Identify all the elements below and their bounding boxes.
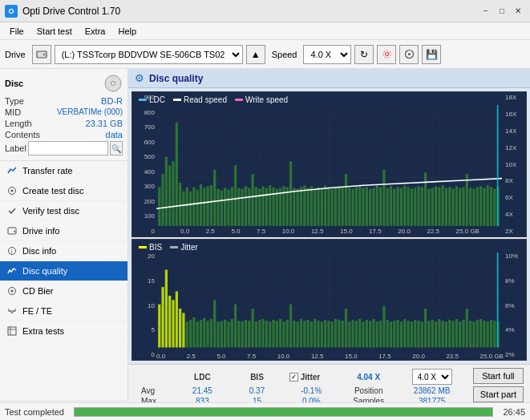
menu-help[interactable]: Help [111,25,143,38]
svg-rect-176 [234,305,237,348]
svg-rect-168 [206,321,208,347]
svg-rect-179 [245,320,247,347]
menu-file[interactable]: File [3,25,30,38]
col-header-bis: BIS [231,368,282,386]
minimize-button[interactable]: − [479,4,493,18]
svg-rect-83 [303,185,305,226]
top-x-axis: 0.0 2.5 5.0 7.5 10.0 12.5 15.0 17.5 20.0… [156,225,504,236]
svg-rect-79 [289,161,292,226]
nav-label-disc-quality: Disc quality [22,266,67,276]
svg-rect-246 [476,320,479,347]
svg-rect-66 [245,186,247,226]
label-key: Label [5,143,26,153]
sidebar: Disc Type BD-R MID VERBATIMe (000) Leng [0,69,128,420]
svg-rect-51 [192,187,195,225]
statusbar: Test completed 26:45 [0,402,530,420]
menu-start-test[interactable]: Start test [30,25,79,38]
svg-rect-181 [252,309,254,347]
svg-rect-43 [165,157,168,226]
nav-disc-info[interactable]: i Disc info [0,241,127,261]
svg-rect-89 [324,185,326,226]
svg-rect-159 [176,291,178,347]
nav-create-test-disc[interactable]: Create test disc [0,181,127,201]
drive-select[interactable]: (L:) TSSTcorp BDDVDW SE-506CB TS02 [55,45,243,64]
svg-rect-227 [411,321,413,347]
top-y-left: 900 800 700 600 500 400 300 200 100 0 [132,92,156,236]
svg-rect-236 [442,321,444,347]
speed-select-small[interactable]: 4.0 X [412,369,452,385]
svg-rect-228 [414,320,416,347]
svg-rect-95 [345,174,347,226]
svg-rect-203 [327,321,330,347]
eject-button[interactable]: ▲ [246,45,265,64]
save-button[interactable]: 💾 [422,45,441,64]
nav-verify-test-disc[interactable]: Verify test disc [0,201,127,221]
svg-rect-92 [334,188,337,225]
close-button[interactable]: ✕ [511,4,525,18]
svg-rect-251 [493,321,496,347]
svg-rect-241 [459,321,461,347]
titlebar-controls: − □ ✕ [479,4,525,18]
nav-extra-tests[interactable]: Extra tests [0,321,127,341]
read-speed-legend: Read speed [173,95,227,104]
nav-fe-te[interactable]: FE / TE [0,301,127,321]
col-header-empty [135,368,173,386]
nav-drive-info[interactable]: Drive info [0,221,127,241]
nav-disc-quality[interactable]: Disc quality [0,261,127,281]
svg-rect-119 [427,189,430,226]
svg-rect-73 [269,185,271,226]
svg-rect-109 [393,189,395,226]
nav-transfer-rate[interactable]: Transfer rate [0,161,127,181]
svg-rect-80 [293,188,295,225]
speed-select[interactable]: 4.0 X [303,45,351,64]
drive-icon-btn[interactable] [32,45,51,64]
jitter-checkbox[interactable]: ✓ [289,373,298,382]
svg-rect-103 [372,188,374,225]
disc-button[interactable] [399,45,419,64]
svg-rect-218 [379,321,382,347]
top-y-right: 18X 16X 14X 12X 10X 8X 6X 4X 2X [504,92,526,236]
label-input[interactable] [28,141,108,155]
svg-rect-87 [317,187,319,225]
svg-rect-164 [192,317,195,348]
svg-rect-96 [348,188,350,225]
label-search-button[interactable]: 🔍 [110,141,123,155]
top-chart-svg [156,105,502,226]
start-full-button[interactable]: Start full [473,368,524,384]
svg-rect-155 [161,287,164,347]
svg-rect-195 [300,319,302,348]
svg-rect-134 [479,186,482,226]
ldc-dot [139,99,147,101]
svg-rect-190 [282,321,285,347]
svg-rect-61 [227,190,229,226]
refresh-button[interactable]: ↻ [354,45,374,64]
svg-rect-156 [165,270,168,348]
start-part-button[interactable]: Start part [473,386,524,402]
svg-rect-68 [252,174,254,226]
svg-rect-221 [390,321,392,347]
speed-display: 4.04 X [357,373,380,382]
nav-cd-bier[interactable]: CD Bier [0,281,127,301]
svg-rect-193 [293,321,295,347]
svg-rect-212 [358,319,361,348]
svg-rect-59 [220,191,223,226]
svg-rect-127 [455,186,458,226]
col-header-speed-select: 4.0 X [398,368,467,386]
svg-rect-158 [172,300,174,347]
svg-point-8 [112,83,115,85]
menubar: File Start test Extra Help [0,22,530,40]
svg-rect-137 [490,187,492,225]
maximize-button[interactable]: □ [495,4,509,18]
nav-label-disc-info: Disc info [22,246,56,256]
svg-rect-86 [314,189,316,226]
bottom-chart-svg [156,252,502,348]
verify-disc-icon [6,205,18,216]
svg-rect-107 [386,188,389,225]
svg-rect-245 [472,321,475,347]
settings-button[interactable] [377,45,396,64]
svg-rect-219 [382,306,385,348]
menu-extra[interactable]: Extra [79,25,112,38]
svg-rect-18 [8,327,16,335]
avg-ldc: 21.45 [173,386,231,396]
svg-rect-138 [493,189,496,226]
